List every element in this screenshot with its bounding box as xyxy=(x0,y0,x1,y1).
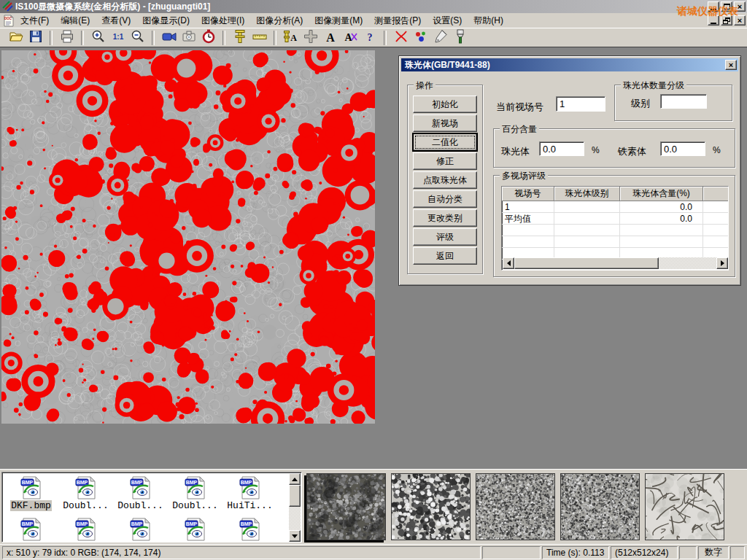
initialize-button[interactable]: 初始化 xyxy=(413,96,477,113)
minimize-button[interactable] xyxy=(708,1,719,12)
help-button[interactable]: ? xyxy=(360,29,379,47)
ruler-button[interactable] xyxy=(250,29,268,47)
menu-item-image-measure[interactable]: 图像测量(M) xyxy=(309,13,368,28)
scroll-down-button[interactable] xyxy=(289,530,301,542)
caliper-button[interactable] xyxy=(231,29,249,47)
pick-pearlite-button[interactable]: 点取珠光体 xyxy=(413,171,477,189)
menu-item-image-analysis[interactable]: 图像分析(A) xyxy=(250,13,309,28)
svg-text:A: A xyxy=(290,33,297,43)
mdi-minimize-button[interactable] xyxy=(708,15,719,26)
multifield-table[interactable]: 视场号珠光体级别珠光体含量(%)铁素体含量(%) 10.0平均值0.0 xyxy=(501,186,729,271)
new-field-button[interactable]: 新视场 xyxy=(413,114,477,132)
menu-item-edit[interactable]: 编辑(E) xyxy=(55,13,96,28)
specimen-thumbnail-2[interactable] xyxy=(391,473,471,540)
scroll-left-button[interactable] xyxy=(503,257,514,269)
file-item-partial[interactable]: BMP xyxy=(4,517,58,542)
curve-measure-button[interactable] xyxy=(392,29,410,47)
table-cell xyxy=(620,236,703,248)
pearlite-percent-input[interactable] xyxy=(539,141,584,156)
multifield-group: 多视场评级 视场号珠光体级别珠光体含量(%)铁素体含量(%) 10.0平均值0.… xyxy=(493,175,735,277)
title-bar[interactable]: IS100显微摄像系统(金相分析版) - [zhuguangti01] × xyxy=(0,0,747,13)
file-item-partial[interactable]: BMP xyxy=(113,517,168,542)
menu-bar: DOC 文件(F)编辑(E)查看(V)图像显示(D)图像处理(I)图像分析(A)… xyxy=(0,13,747,28)
menu-item-image-process[interactable]: 图像处理(I) xyxy=(196,13,250,28)
menu-item-measure-report[interactable]: 测量报告(P) xyxy=(368,13,427,28)
svg-text:BMP: BMP xyxy=(21,521,33,526)
specimen-thumbnail-3[interactable] xyxy=(476,473,555,540)
specimen-thumbnail-1[interactable] xyxy=(306,473,386,540)
binarize-button[interactable]: 二值化 xyxy=(413,133,477,151)
menu-item-help[interactable]: 帮助(H) xyxy=(468,13,509,28)
video-capture-icon xyxy=(161,28,177,47)
close-button[interactable]: × xyxy=(734,1,746,12)
dialog-title-bar[interactable]: 珠光体(GB/T9441-88) × xyxy=(401,58,738,71)
print-button[interactable] xyxy=(58,29,76,47)
svg-text:BMP: BMP xyxy=(76,521,88,526)
brush-tool-button[interactable] xyxy=(451,29,469,47)
bmp-file-icon: BMP xyxy=(222,475,277,500)
maximize-button[interactable] xyxy=(721,1,732,12)
file-row-1: BMPDKF.bmpBMPDoubl...BMPDoubl...BMPDoubl… xyxy=(4,474,290,511)
menu-item-file[interactable]: 文件(F) xyxy=(15,13,55,28)
change-class-button[interactable]: 更改类别 xyxy=(413,209,477,227)
scroll-up-button[interactable] xyxy=(289,473,301,485)
file-item-partial[interactable]: BMP xyxy=(58,517,113,542)
zoom-in-button[interactable] xyxy=(89,29,107,47)
return-button[interactable]: 返回 xyxy=(413,247,477,265)
ferrite-percent-input[interactable] xyxy=(660,141,705,156)
pen-tool-button[interactable] xyxy=(431,29,449,47)
table-row: 平均值0.0 xyxy=(502,213,728,225)
mdi-restore-button[interactable] xyxy=(721,15,732,26)
status-panel-empty-3 xyxy=(730,546,745,559)
menu-item-settings[interactable]: 设置(S) xyxy=(427,13,468,28)
file-item-partial[interactable]: BMP xyxy=(168,517,222,542)
actual-size-button[interactable]: 1:1 xyxy=(109,29,127,47)
table-hscrollbar[interactable] xyxy=(503,257,728,269)
specimen-thumbnail-5[interactable] xyxy=(645,473,724,540)
hscrollbar-track[interactable] xyxy=(659,257,716,269)
camera-capture-button[interactable] xyxy=(179,29,198,47)
file-item[interactable]: BMPDoubl... xyxy=(113,475,168,511)
document-icon[interactable]: DOC xyxy=(1,14,15,27)
file-item-partial[interactable]: BMP xyxy=(222,517,277,542)
file-list-scrollbar[interactable] xyxy=(289,473,301,542)
specimen-thumbnail-4[interactable] xyxy=(560,473,640,540)
video-capture-button[interactable] xyxy=(160,29,178,47)
dialog-title: 珠光体(GB/T9441-88) xyxy=(405,59,725,71)
menu-item-image-display[interactable]: 图像显示(D) xyxy=(136,13,196,28)
ferrite-label: 铁素体 xyxy=(618,145,646,158)
operations-group: 操作 初始化新视场二值化修正点取珠光体自动分类更改类别评级返回 xyxy=(407,85,483,274)
hscrollbar-thumb[interactable] xyxy=(514,257,659,269)
file-item[interactable]: BMPHuiTi... xyxy=(222,475,277,511)
auto-classify-button[interactable]: 自动分类 xyxy=(413,190,477,208)
scroll-right-button[interactable] xyxy=(716,257,728,269)
vscrollbar-thumb[interactable] xyxy=(289,485,301,507)
timer-icon xyxy=(201,28,217,47)
zoom-out-icon xyxy=(130,28,146,47)
rate-button[interactable]: 评级 xyxy=(413,228,477,246)
phase-particles-button[interactable] xyxy=(411,29,430,47)
zoom-out-button[interactable] xyxy=(128,29,147,47)
move-button[interactable] xyxy=(301,29,320,47)
menu-item-view[interactable]: 查看(V) xyxy=(96,13,136,28)
correct-button[interactable]: 修正 xyxy=(413,152,477,170)
measure-text-icon: A xyxy=(283,28,299,47)
svg-text:BMP: BMP xyxy=(240,480,252,485)
timer-button[interactable] xyxy=(199,29,217,47)
save-button[interactable] xyxy=(26,29,44,47)
file-item[interactable]: BMPDoubl... xyxy=(168,475,222,511)
mdi-close-button[interactable]: × xyxy=(734,15,746,26)
open-icon xyxy=(8,28,24,47)
file-row-2: BMPBMPBMPBMPBMP xyxy=(4,516,290,542)
file-item[interactable]: BMPDoubl... xyxy=(58,475,113,511)
text-style-button[interactable]: A xyxy=(341,29,359,47)
text-annotate-button[interactable]: A xyxy=(321,29,339,47)
level-input[interactable] xyxy=(660,94,707,109)
file-item[interactable]: BMPDKF.bmp xyxy=(4,475,58,511)
metallographic-image[interactable] xyxy=(1,50,375,424)
open-button[interactable] xyxy=(7,29,25,47)
pearlite-dialog: 珠光体(GB/T9441-88) × 操作 初始化新视场二值化修正点取珠光体自动… xyxy=(398,55,741,286)
measure-text-button[interactable]: A xyxy=(282,29,300,47)
current-field-input[interactable] xyxy=(556,96,605,112)
dialog-close-button[interactable]: × xyxy=(725,60,737,70)
